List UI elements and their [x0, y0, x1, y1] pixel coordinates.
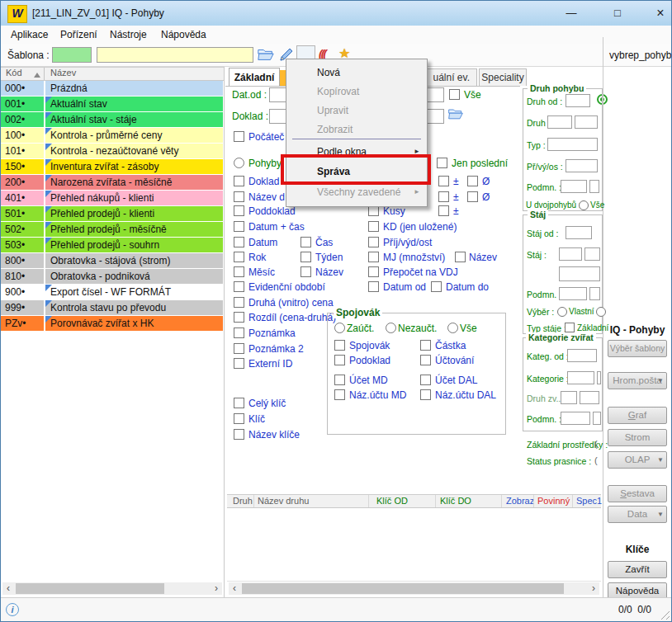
table-row[interactable]: 001•Aktuální stav: [1, 97, 223, 111]
podmn-input2[interactable]: [589, 180, 599, 193]
naz-uctu-dal-checkbox[interactable]: [420, 389, 431, 400]
graf-button[interactable]: Graf: [608, 407, 667, 424]
zakladni-prostredky-radio-clipped[interactable]: (: [594, 439, 598, 449]
druh-zv-input1[interactable]: [561, 391, 577, 404]
col-klic-od[interactable]: Klíč OD: [376, 496, 408, 506]
vyber-radio2-clipped[interactable]: [596, 307, 606, 317]
druha-cena-checkbox[interactable]: [234, 297, 244, 308]
klic-checkbox[interactable]: [234, 413, 244, 424]
table-row[interactable]: 503•Přehled prodejů - souhrn: [1, 238, 223, 252]
menu-napoveda[interactable]: Nápověda: [161, 26, 206, 44]
table-row[interactable]: 502•Přehled prodejů - měsíčně: [1, 222, 223, 237]
podmn-input1[interactable]: [561, 180, 587, 193]
scroll-left-icon[interactable]: ‹: [2, 582, 14, 595]
table-row[interactable]: 150•Inventura zvířat - zásoby: [1, 159, 223, 174]
staj-input1[interactable]: [559, 247, 582, 261]
datum-do-checkbox[interactable]: [431, 281, 442, 292]
zavrit-button[interactable]: Zavřít: [608, 561, 667, 578]
staj-od-input[interactable]: [566, 226, 592, 239]
vyber-sablony-button[interactable]: Výběr šablony: [608, 340, 667, 357]
table-row[interactable]: 101•Kontrola - nezaúčtované věty: [1, 144, 223, 158]
zauct-radio[interactable]: [334, 323, 345, 333]
cely-klic-checkbox[interactable]: [234, 398, 244, 408]
vse-checkbox[interactable]: [449, 89, 460, 100]
menu-porizeni[interactable]: Pořízení: [60, 26, 97, 44]
table-row[interactable]: 800•Obratovka - stájová (strom): [1, 253, 223, 268]
dropdown-arrow-icon[interactable]: ▼: [657, 452, 664, 468]
hrom-posta-button[interactable]: Hrom.pošta▼: [608, 372, 667, 389]
tab-speciality[interactable]: Speciality: [479, 68, 527, 86]
col-povinny[interactable]: Povinný: [537, 496, 570, 506]
dropdown-arrow-icon[interactable]: ▼: [657, 373, 664, 389]
uctovani-checkbox[interactable]: [420, 355, 431, 365]
menu-item-upravit[interactable]: Upravit: [286, 101, 428, 120]
table-row[interactable]: 900•Export čísel - WF FORMÁT: [1, 285, 223, 299]
menu-item-kopirovat[interactable]: Kopírovat: [286, 82, 428, 101]
menu-item-nova[interactable]: Nová: [286, 64, 428, 82]
pohyby-radio[interactable]: [234, 158, 244, 168]
prij-vyd-ost-checkbox[interactable]: [368, 237, 379, 247]
druh-od-input[interactable]: [566, 94, 590, 107]
nazev-dokladu-checkbox[interactable]: [234, 191, 244, 202]
spojovak-checkbox[interactable]: [334, 340, 345, 351]
menu-item-zobrazit[interactable]: Zobrazit: [286, 120, 428, 139]
menu-aplikace[interactable]: Aplikace: [11, 26, 48, 44]
template-name-input[interactable]: [97, 47, 253, 63]
menu-nastroje[interactable]: Nástroje: [110, 26, 147, 44]
prepocet-checkbox[interactable]: [368, 266, 379, 277]
open-folder-icon[interactable]: [257, 46, 275, 65]
nezauct-radio[interactable]: [386, 323, 396, 333]
kateg-od-input[interactable]: [567, 349, 597, 362]
vse-radio[interactable]: [447, 323, 458, 333]
template-code-input[interactable]: [52, 47, 92, 63]
dropdown-arrow-icon[interactable]: ▼: [657, 507, 664, 522]
mj-checkbox[interactable]: [368, 252, 379, 262]
evidencni-checkbox[interactable]: [234, 281, 244, 292]
table-row[interactable]: 810•Obratovka - podniková: [1, 269, 223, 284]
table-row[interactable]: 999•Kontrola stavu po převodu: [1, 300, 223, 315]
rozdil-checkbox[interactable]: [234, 312, 244, 323]
u-dvoj-vse-radio[interactable]: [579, 200, 589, 210]
typ-input[interactable]: [547, 138, 598, 151]
rok-checkbox[interactable]: [234, 252, 244, 262]
ucet-dal-checkbox[interactable]: [420, 375, 431, 385]
kategorie-podmn-input1[interactable]: [561, 412, 590, 425]
table-row[interactable]: PZv•Porovnávač zvířat x HK: [1, 316, 223, 331]
druh-input1[interactable]: [547, 115, 572, 129]
datum-checkbox[interactable]: [234, 237, 244, 247]
data-button[interactable]: Data▼: [608, 506, 667, 523]
col-spec1[interactable]: Spec1: [576, 496, 602, 506]
sestava-button[interactable]: Sestava: [608, 485, 667, 502]
col-header-nazev[interactable]: Název: [50, 68, 76, 78]
naz-uctu-md-checkbox[interactable]: [334, 389, 345, 400]
druh-zv-input2[interactable]: [580, 391, 599, 404]
podoklad-checkbox[interactable]: [334, 355, 345, 365]
scroll-thumb[interactable]: [16, 583, 164, 594]
nazev-checkbox[interactable]: [301, 266, 311, 277]
cas-checkbox[interactable]: [301, 237, 311, 247]
tyden-checkbox[interactable]: [301, 252, 311, 262]
doklad-checkbox[interactable]: [234, 176, 244, 186]
pocatecni-checkbox[interactable]: [234, 131, 244, 142]
bottom-grid-body[interactable]: [227, 508, 601, 582]
table-row[interactable]: 002•Aktuální stav - stáje: [1, 112, 223, 127]
poznamka2-checkbox[interactable]: [234, 343, 244, 354]
mesic-checkbox[interactable]: [234, 266, 244, 277]
col-zobraz[interactable]: Zobraz: [506, 496, 534, 506]
avg1-checkbox[interactable]: [467, 176, 478, 186]
status-prasnice-radio-clipped[interactable]: (: [594, 455, 598, 465]
minimize-button[interactable]: —: [552, 1, 590, 26]
staj-input2[interactable]: [584, 247, 600, 261]
table-row[interactable]: 501•Přehled prodejů - klienti: [1, 206, 223, 221]
olap-button[interactable]: OLAP▼: [608, 451, 667, 469]
col-nazev-druhu[interactable]: Název druhu: [258, 496, 309, 506]
staj-wide-input[interactable]: [559, 266, 600, 281]
datum-od-checkbox[interactable]: [368, 281, 379, 292]
zakladni-checkbox[interactable]: [565, 323, 575, 332]
avg2-checkbox[interactable]: [467, 191, 478, 202]
poznamka-checkbox[interactable]: [234, 327, 244, 338]
menu-item-vsechny-zavedene[interactable]: Všechny zavedené: [286, 183, 428, 201]
scroll-left-icon[interactable]: ‹: [229, 582, 240, 595]
mj-nazev-checkbox[interactable]: [455, 252, 466, 262]
castka-checkbox[interactable]: [420, 340, 431, 351]
